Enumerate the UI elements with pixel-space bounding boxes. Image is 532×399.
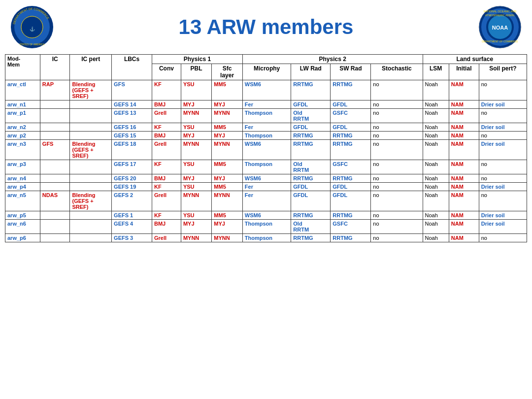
cell-sfc-row9: MYNN (212, 191, 242, 211)
cell-sw_rad-row9: GFDL (331, 191, 371, 211)
col-soil-pert: Soil pert? (479, 64, 527, 80)
cell-mod_mem-row10: arw_p5 (5, 211, 40, 220)
col-header-ic-pert: IC pert (70, 55, 112, 80)
cell-conv-row7: BMJ (152, 174, 181, 183)
cell-conv-row8: KF (152, 183, 181, 191)
cell-soil_pert-row8: Drier soil (479, 183, 527, 191)
cell-ic-row8 (40, 183, 70, 191)
cell-stochastic-row0: no (371, 80, 423, 100)
cell-pbl-row6: YSU (181, 160, 211, 174)
cell-microphy-row12: Thompson (242, 234, 291, 242)
cell-lsm-row12: Noah (423, 234, 449, 242)
cell-stochastic-row12: no (371, 234, 423, 242)
cell-soil_pert-row7: no (479, 174, 527, 183)
cell-stochastic-row1: no (371, 100, 423, 109)
cell-lsm-row4: Noah (423, 132, 449, 140)
cell-sfc-row12: MYNN (212, 234, 242, 242)
cell-stochastic-row3: no (371, 123, 423, 132)
cell-ic-row10 (40, 211, 70, 220)
cell-pbl-row5: MYNN (181, 140, 211, 160)
svg-text:ATMOSPHERIC ADMIN.: ATMOSPHERIC ADMIN. (485, 14, 515, 17)
cell-lw_rad-row1: GFDL (291, 100, 331, 109)
cell-stochastic-row7: no (371, 174, 423, 183)
cell-initial-row8: NAM (449, 183, 479, 191)
page-header: 🦅 DEPARTMENT OF COMMERCE ⚓ STATES OF AME… (0, 0, 532, 54)
cell-soil_pert-row3: Drier soil (479, 123, 527, 132)
cell-lsm-row0: Noah (423, 80, 449, 100)
cell-microphy-row0: WSM6 (242, 80, 291, 100)
cell-pbl-row10: YSU (181, 211, 211, 220)
col-header-ic: IC (40, 55, 70, 80)
cell-lw_rad-row11: Old RRTM (291, 220, 331, 234)
svg-text:⚓: ⚓ (30, 26, 35, 32)
cell-conv-row1: BMJ (152, 100, 181, 109)
cell-microphy-row4: Thompson (242, 132, 291, 140)
cell-pbl-row1: MYJ (181, 100, 211, 109)
col-sw-rad: SW Rad (331, 64, 371, 80)
cell-sw_rad-row4: RRTMG (331, 132, 371, 140)
cell-pbl-row9: MYNN (181, 191, 211, 211)
cell-initial-row10: NAM (449, 211, 479, 220)
cell-sfc-row4: MYJ (212, 132, 242, 140)
cell-lbcs-row1: GEFS 14 (112, 100, 152, 109)
col-header-land: Land surface (423, 55, 527, 64)
cell-ic_pert-row5: Blending (GEFS + SREF) (70, 140, 112, 160)
cell-ic-row11 (40, 220, 70, 234)
cell-lbcs-row0: GFS (112, 80, 152, 100)
cell-lbcs-row10: GEFS 1 (112, 211, 152, 220)
cell-initial-row7: NAM (449, 174, 479, 183)
cell-soil_pert-row12: no (479, 234, 527, 242)
cell-microphy-row10: WSM6 (242, 211, 291, 220)
cell-ic_pert-row8 (70, 183, 112, 191)
cell-sfc-row1: MYJ (212, 100, 242, 109)
cell-initial-row3: NAM (449, 123, 479, 132)
cell-lsm-row3: Noah (423, 123, 449, 132)
cell-lbcs-row4: GEFS 15 (112, 132, 152, 140)
cell-ic-row7 (40, 174, 70, 183)
col-header-physics2: Physics 2 (242, 55, 423, 64)
cell-ic-row0: RAP (40, 80, 70, 100)
cell-conv-row5: Grell (152, 140, 181, 160)
arw-members-table: Mod-Mem IC IC pert LBCs Physics 1 Physic… (5, 54, 527, 242)
cell-conv-row6: KF (152, 160, 181, 174)
cell-ic_pert-row1 (70, 100, 112, 109)
cell-lsm-row2: Noah (423, 109, 449, 123)
cell-microphy-row2: Thompson (242, 109, 291, 123)
cell-lw_rad-row8: GFDL (291, 183, 331, 191)
cell-initial-row6: NAM (449, 160, 479, 174)
cell-sw_rad-row11: GSFC (331, 220, 371, 234)
col-conv: Conv (152, 64, 181, 80)
cell-sfc-row0: MM5 (212, 80, 242, 100)
cell-ic_pert-row11 (70, 220, 112, 234)
cell-pbl-row3: YSU (181, 123, 211, 132)
cell-initial-row9: NAM (449, 191, 479, 211)
cell-lw_rad-row3: GFDL (291, 123, 331, 132)
cell-ic-row5: GFS (40, 140, 70, 160)
cell-soil_pert-row10: Drier soil (479, 211, 527, 220)
cell-initial-row5: NAM (449, 140, 479, 160)
cell-lw_rad-row2: Old RRTM (291, 109, 331, 123)
cell-initial-row12: NAM (449, 234, 479, 242)
cell-sw_rad-row6: GSFC (331, 160, 371, 174)
page-title: 13 ARW members (179, 15, 354, 39)
cell-pbl-row4: MYJ (181, 132, 211, 140)
cell-stochastic-row10: no (371, 211, 423, 220)
cell-sw_rad-row8: GFDL (331, 183, 371, 191)
col-sfc: Sfclayer (212, 64, 242, 80)
cell-lw_rad-row9: GFDL (291, 191, 331, 211)
cell-ic_pert-row4 (70, 132, 112, 140)
cell-lw_rad-row10: RRTMG (291, 211, 331, 220)
cell-lbcs-row8: GEFS 19 (112, 183, 152, 191)
cell-ic-row4 (40, 132, 70, 140)
cell-lsm-row9: Noah (423, 191, 449, 211)
cell-sw_rad-row3: GFDL (331, 123, 371, 132)
cell-initial-row2: NAM (449, 109, 479, 123)
col-initial: Initial (449, 64, 479, 80)
cell-conv-row3: KF (152, 123, 181, 132)
col-lsm: LSM (423, 64, 449, 80)
cell-soil_pert-row5: Drier soil (479, 140, 527, 160)
cell-microphy-row11: Thompson (242, 220, 291, 234)
cell-lbcs-row3: GEFS 16 (112, 123, 152, 132)
cell-sfc-row10: MM5 (212, 211, 242, 220)
doc-logo: 🦅 DEPARTMENT OF COMMERCE ⚓ STATES OF AME… (10, 5, 54, 49)
